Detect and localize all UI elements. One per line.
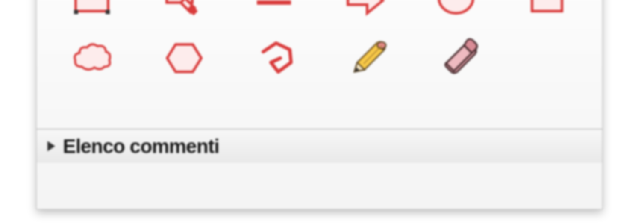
svg-marker-7 [167, 44, 201, 72]
arrow-tool[interactable] [340, 0, 390, 18]
circle-icon [435, 0, 477, 18]
line-icon [253, 0, 295, 18]
comments-list-header[interactable]: Elenco commenti [37, 129, 602, 163]
svg-rect-6 [532, 0, 562, 11]
pencil-icon [347, 37, 389, 80]
text-box-icon [71, 0, 113, 18]
cloud-icon [71, 37, 114, 80]
text-box-tool[interactable] [67, 0, 117, 18]
pencil-tool[interactable] [342, 32, 394, 84]
polygon-open-icon [255, 37, 297, 80]
comments-list-title: Elenco commenti [63, 135, 219, 158]
polygon-tool[interactable] [250, 32, 302, 84]
hexagon-icon [163, 37, 206, 80]
eraser-icon [438, 37, 481, 80]
comments-panel-window: Elenco commenti [36, 0, 603, 209]
svg-rect-2 [106, 10, 110, 14]
svg-rect-1 [74, 10, 78, 14]
svg-rect-0 [76, 0, 108, 11]
disclosure-triangle-icon [47, 141, 55, 151]
rectangle-tool[interactable] [522, 0, 572, 18]
line-tool[interactable] [249, 0, 299, 18]
arrow-icon [344, 0, 386, 18]
annotation-tools-row-1 [37, 0, 602, 18]
stamp-icon [162, 0, 204, 18]
cloud-tool[interactable] [67, 32, 118, 84]
annotation-tools-row-2 [37, 18, 602, 99]
circle-tool[interactable] [431, 0, 481, 18]
rectangle-icon [526, 0, 568, 18]
stamp-tool[interactable] [158, 0, 208, 18]
hexagon-tool[interactable] [159, 32, 210, 84]
eraser-tool[interactable] [434, 32, 485, 84]
svg-point-5 [439, 0, 473, 13]
